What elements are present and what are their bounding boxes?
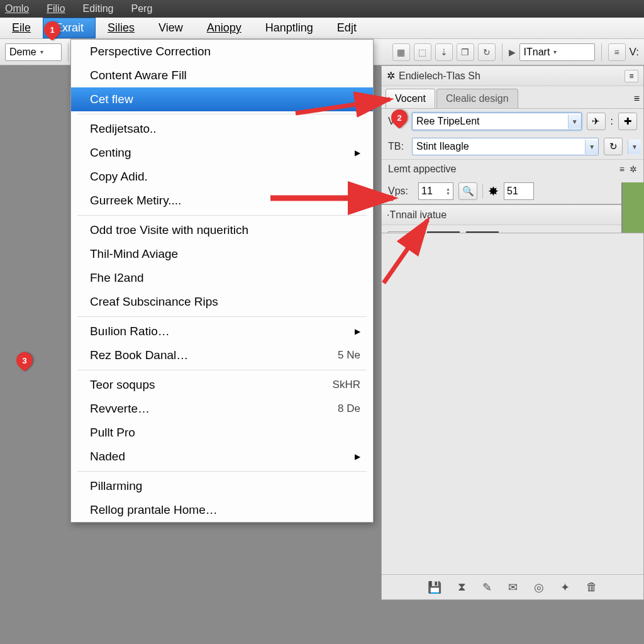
chevron-down-icon: ▾ xyxy=(40,48,43,55)
edit-icon[interactable]: ✎ xyxy=(482,580,492,594)
chevron-down-icon: ▼ xyxy=(568,114,581,129)
submenu-arrow-icon: ▶ xyxy=(355,452,360,461)
menu-item[interactable]: Copy Adid. xyxy=(71,165,373,189)
menu-view[interactable]: View xyxy=(147,18,195,38)
separator xyxy=(601,43,602,61)
appective-subheader: Lemt appective ≡ ✲ xyxy=(382,159,643,179)
search-icon-button[interactable]: 🔍 xyxy=(458,182,477,200)
title-item[interactable]: Omlo xyxy=(5,3,29,14)
spinner-icon[interactable]: ▲▼ xyxy=(446,187,450,196)
separator xyxy=(502,43,502,61)
menu-hanptling[interactable]: Hanptling xyxy=(253,18,325,38)
trash-icon[interactable]: 🗑 xyxy=(586,580,597,594)
list-icon[interactable]: ≡ xyxy=(619,164,625,174)
menu-perspective-correction[interactable]: Perspective Correction xyxy=(71,40,373,64)
preset-combo[interactable]: Deme ▾ xyxy=(5,43,62,61)
title-item[interactable]: Editing xyxy=(83,3,114,14)
chevron-down-icon[interactable]: ▼ xyxy=(628,140,641,154)
mail-icon[interactable]: ✉ xyxy=(508,580,518,594)
refresh-icon-button[interactable]: ↻ xyxy=(604,138,623,155)
panel-menu-button[interactable]: ≡ xyxy=(625,70,638,82)
sun-icon: ✲ xyxy=(387,70,395,82)
toolbar-button[interactable]: ▦ xyxy=(392,43,410,61)
window-titlebar: Omlo Filio Editing Perg xyxy=(0,0,644,18)
red-arrow xyxy=(270,189,402,210)
menubar: Eile Exrait Silies View Aniopy Hanptling… xyxy=(0,18,644,39)
menu-file[interactable]: Eile xyxy=(0,18,43,38)
tb-row: TB: Stint Ileagle ▼ ↻ ▼ xyxy=(382,134,643,159)
panel-title: Endielech-Tlas Sh xyxy=(399,70,621,82)
airplane-icon-button[interactable]: ✈ xyxy=(587,113,606,130)
menu-item[interactable]: Rellog prantale Home… xyxy=(71,498,373,522)
separator xyxy=(68,43,69,61)
v-label: V: xyxy=(630,46,639,58)
menu-item[interactable]: Rez Book Danal…5 Ne xyxy=(71,343,373,367)
toolbar-button[interactable]: ❐ xyxy=(457,43,474,61)
wps-input[interactable]: 11 ▲▼ xyxy=(418,182,453,200)
toolbar-button[interactable]: ↻ xyxy=(478,43,496,61)
menu-item[interactable]: Centing▶ xyxy=(71,141,373,165)
toolbar-button[interactable]: ⬚ xyxy=(414,43,431,61)
hourglass-icon[interactable]: ⧗ xyxy=(458,580,466,594)
tab-clealic-design[interactable]: Clealic design xyxy=(436,89,518,108)
wand-icon[interactable]: ✦ xyxy=(560,580,570,594)
toolbar-button[interactable]: ⇣ xyxy=(435,43,453,61)
gear-icon[interactable]: ✲ xyxy=(630,164,637,174)
panel-footer: 💾 ⧗ ✎ ✉ ◎ ✦ 🗑 xyxy=(382,574,643,599)
callout-3: 3 xyxy=(13,349,36,372)
menu-item[interactable]: Buılion Ratio…▶ xyxy=(71,319,373,343)
preset-value: Deme xyxy=(9,47,36,58)
save-icon[interactable]: 💾 xyxy=(428,580,441,594)
title-item[interactable]: Perg xyxy=(131,3,153,14)
menu-silies[interactable]: Silies xyxy=(96,18,147,38)
submenu-arrow-icon: ▶ xyxy=(355,148,360,157)
chevron-right-icon: ▶ xyxy=(509,47,516,57)
submenu-arrow-icon: ▶ xyxy=(355,327,360,336)
toolbar-button[interactable]: ≡ xyxy=(608,43,626,61)
star-icon[interactable]: ✸ xyxy=(488,184,499,199)
menu-edit[interactable]: Edjt xyxy=(325,18,369,38)
title-item[interactable]: Filio xyxy=(47,3,65,14)
menu-separator xyxy=(77,316,367,317)
appective-label: Lemt appective xyxy=(388,164,457,175)
wps-row: Vps: 11 ▲▼ 🔍 ✸ 51 xyxy=(382,179,643,204)
menu-item[interactable]: Teor soqupsSkHR xyxy=(71,373,373,397)
panel-tabs: Vocent Clealic design ≡ xyxy=(382,86,643,109)
itnart-combo[interactable]: ITnart ▾ xyxy=(519,43,595,61)
menu-separator xyxy=(77,215,367,216)
menu-item[interactable]: Pillarming xyxy=(71,474,373,498)
red-arrow xyxy=(296,94,402,122)
menu-aniopy[interactable]: Aniopy xyxy=(195,18,253,38)
chevron-down-icon: ▼ xyxy=(585,140,598,154)
puzzle-icon-button[interactable]: ✚ xyxy=(618,113,637,130)
menu-item[interactable]: Naded▶ xyxy=(71,445,373,469)
menu-item[interactable]: Creaf Subscinance Rips xyxy=(71,290,373,314)
colon-label: : xyxy=(611,116,613,127)
panel-menu-button[interactable]: ≡ xyxy=(634,93,640,104)
separator xyxy=(482,184,483,199)
tb-label: TB: xyxy=(388,141,407,152)
tb-combo[interactable]: Stint Ileagle ▼ xyxy=(412,138,599,155)
red-arrow xyxy=(377,214,440,292)
menu-content-aware-fill[interactable]: Content Aware Fill xyxy=(71,64,373,87)
menu-separator xyxy=(77,370,367,370)
menu-item[interactable]: Odd troe Visite with nqueritich xyxy=(71,218,373,242)
svg-line-2 xyxy=(384,220,428,283)
chevron-down-icon: ▾ xyxy=(553,48,557,55)
svg-line-0 xyxy=(296,99,390,113)
panel-header: ✲ Endielech-Tlas Sh ≡ xyxy=(382,66,643,86)
menu-item[interactable]: Pullt Pro xyxy=(71,421,373,445)
options-panel: ✲ Endielech-Tlas Sh ≡ Vocent Clealic des… xyxy=(381,65,644,204)
menu-item[interactable]: Fhe I2and xyxy=(71,266,373,290)
target-icon[interactable]: ◎ xyxy=(534,580,544,594)
menu-separator xyxy=(77,471,367,472)
secondary-input[interactable]: 51 xyxy=(504,182,534,200)
itnart-value: ITnart xyxy=(524,47,550,58)
vs-combo[interactable]: Ree TripeLent ▼ xyxy=(412,113,582,130)
menu-item[interactable]: Thil-Mind Aviage xyxy=(71,242,373,266)
menu-item[interactable]: Revverte…8 De xyxy=(71,397,373,421)
vs-row: VS' Ree TripeLent ▼ ✈ : ✚ xyxy=(382,109,643,134)
